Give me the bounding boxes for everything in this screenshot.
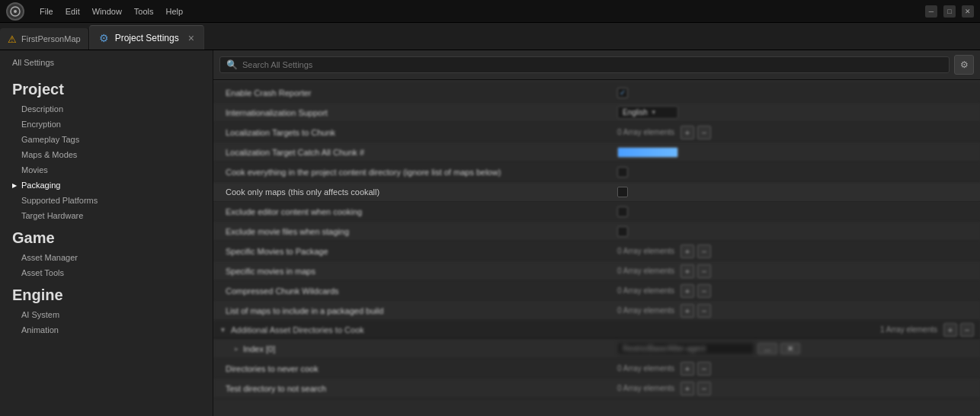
array-add-btn-chunk-wildcards[interactable]: + (681, 284, 694, 298)
sidebar-item-animation[interactable]: Animation (0, 322, 213, 338)
dropdown-i18n[interactable]: English ▼ (617, 106, 678, 119)
setting-row-loc-targets: Localization Targets to Chunk 0 Array el… (213, 123, 980, 142)
array-label-maps-list: 0 Array elements (617, 306, 674, 315)
setting-row-crash-reporter: Enable Crash Reporter (213, 83, 980, 103)
array-remove-btn-additional-assets[interactable]: − (960, 323, 974, 337)
search-settings-button[interactable]: ⚙ (954, 55, 974, 75)
sidebar-item-asset-manager[interactable]: Asset Manager (0, 250, 213, 265)
sidebar-item-gameplay-tags[interactable]: Gameplay Tags (0, 132, 213, 147)
setting-row-loc-catch-all: Localization Target Catch All Chunk # (213, 142, 980, 162)
setting-value-cook-everything (617, 167, 968, 178)
setting-value-index-0: RestrictBase/After-agent ... ✕ (617, 342, 968, 355)
setting-label-exclude-movies: Exclude movie files when staging (226, 227, 617, 236)
setting-row-cook-everything: Cook everything in the project content d… (213, 162, 980, 182)
setting-label-cook-only-maps: Cook only maps (this only affects cookal… (226, 187, 617, 197)
sidebar-all-settings[interactable]: All Settings (0, 50, 213, 75)
menu-bar: File Edit Window Tools Help (40, 7, 183, 16)
setting-value-cook-only-maps (617, 187, 968, 197)
tab-close-button[interactable]: × (188, 32, 194, 44)
sidebar-section-game: Game (0, 223, 213, 250)
window-controls: ─ □ ✕ (925, 5, 974, 18)
sidebar-item-ai-system[interactable]: AI System (0, 307, 213, 322)
section-arrow-icon: ▼ (219, 326, 226, 334)
minimize-button[interactable]: ─ (925, 5, 937, 18)
array-remove-btn-maps-list[interactable]: − (697, 304, 711, 318)
close-button[interactable]: ✕ (962, 5, 974, 18)
dropdown-i18n-value: English (623, 108, 648, 117)
menu-file[interactable]: File (40, 7, 53, 16)
sidebar-section-project: Project (0, 75, 213, 101)
browse-btn-index-0[interactable]: ... (757, 343, 777, 354)
array-remove-btn-movies-package[interactable]: − (697, 245, 711, 258)
checkbox-cook-only-maps[interactable] (617, 187, 628, 197)
tab-active-label: Project Settings (115, 33, 179, 43)
color-swatch-loc[interactable] (617, 147, 678, 158)
setting-label-test-directory: Test directory to not search (226, 384, 617, 393)
setting-label-crash-reporter: Enable Crash Reporter (226, 88, 617, 98)
settings-icon: ⚙ (99, 32, 109, 44)
setting-value-i18n: English ▼ (617, 106, 968, 119)
sidebar-category-packaging[interactable]: ▶ Packaging (0, 178, 213, 193)
search-input[interactable] (242, 60, 943, 69)
array-label-movies-maps: 0 Array elements (617, 267, 674, 275)
tab-file[interactable]: ⚠ FirstPersonMap (0, 28, 89, 50)
setting-value-loc-targets: 0 Array elements + − (617, 126, 968, 139)
sub-item-indicator: ▸ (235, 344, 239, 353)
array-remove-btn-test-directory[interactable]: − (697, 382, 711, 395)
checkbox-exclude-editor[interactable] (617, 206, 628, 217)
array-remove-btn-movies-maps[interactable]: − (697, 264, 711, 278)
setting-value-test-directory: 0 Array elements + − (617, 382, 968, 395)
search-input-wrap: 🔍 (219, 56, 950, 73)
setting-row-exclude-movies: Exclude movie files when staging (213, 222, 980, 242)
sidebar-item-description[interactable]: Description (0, 101, 213, 117)
checkbox-exclude-movies[interactable] (617, 226, 628, 237)
menu-help[interactable]: Help (166, 7, 184, 16)
maximize-button[interactable]: □ (943, 5, 956, 18)
search-bar: 🔍 ⚙ (213, 50, 980, 80)
sidebar-item-movies[interactable]: Movies (0, 162, 213, 178)
clear-btn-index-0[interactable]: ✕ (780, 343, 800, 354)
sidebar-item-maps-modes[interactable]: Maps & Modes (0, 147, 213, 162)
dropdown-arrow-icon: ▼ (651, 109, 657, 116)
array-add-btn-never-cook[interactable]: + (681, 362, 694, 376)
array-add-btn-movies-maps[interactable]: + (681, 264, 694, 278)
array-add-btn-movies-package[interactable]: + (681, 245, 694, 258)
array-remove-btn-loc-targets[interactable]: − (697, 126, 711, 139)
section-header-additional-assets: ▼ Additional Asset Directories to Cook 1… (213, 321, 980, 339)
setting-value-movies-package: 0 Array elements + − (617, 245, 968, 258)
setting-value-exclude-editor (617, 206, 968, 217)
array-label-test-directory: 0 Array elements (617, 384, 674, 392)
sidebar-item-asset-tools[interactable]: Asset Tools (0, 265, 213, 280)
array-add-btn-maps-list[interactable]: + (681, 304, 694, 318)
tab-bar: ⚠ FirstPersonMap ⚙ Project Settings × (0, 23, 980, 50)
setting-label-maps-list: List of maps to include in a packaged bu… (226, 306, 617, 315)
setting-value-crash-reporter (617, 88, 968, 98)
menu-tools[interactable]: Tools (134, 7, 154, 16)
setting-row-cook-only-maps: Cook only maps (this only affects cookal… (213, 182, 980, 202)
checkbox-crash-reporter[interactable] (617, 88, 628, 98)
array-label-movies-package: 0 Array elements (617, 247, 674, 255)
setting-label-loc-catch-all: Localization Target Catch All Chunk # (226, 148, 617, 157)
array-remove-btn-chunk-wildcards[interactable]: − (697, 284, 711, 298)
setting-value-never-cook: 0 Array elements + − (617, 362, 968, 376)
array-remove-btn-never-cook[interactable]: − (697, 362, 711, 376)
menu-edit[interactable]: Edit (66, 7, 80, 16)
setting-value-maps-list: 0 Array elements + − (617, 304, 968, 318)
app-logo (6, 2, 24, 21)
sidebar-item-target-hardware[interactable]: Target Hardware (0, 208, 213, 223)
setting-row-index-0: ▸ Index [0] RestrictBase/After-agent ...… (213, 339, 980, 359)
packaging-arrow-icon: ▶ (12, 182, 17, 189)
menu-window[interactable]: Window (92, 7, 122, 16)
sidebar-item-supported-platforms[interactable]: Supported Platforms (0, 193, 213, 208)
setting-label-index-0: Index [0] (243, 344, 617, 354)
setting-label-i18n: Internationalization Support (226, 108, 617, 117)
sidebar-section-packaging-label: Packaging (21, 181, 60, 190)
path-display-index-0[interactable]: RestrictBase/After-agent (617, 342, 754, 355)
array-add-btn-additional-assets[interactable]: + (943, 323, 957, 337)
array-add-btn-loc-targets[interactable]: + (681, 126, 694, 139)
sidebar-item-encryption[interactable]: Encryption (0, 117, 213, 132)
tab-project-settings[interactable]: ⚙ Project Settings × (89, 25, 204, 50)
setting-row-never-cook: Directories to never cook 0 Array elemen… (213, 359, 980, 379)
array-add-btn-test-directory[interactable]: + (681, 382, 694, 395)
checkbox-cook-everything[interactable] (617, 167, 628, 178)
